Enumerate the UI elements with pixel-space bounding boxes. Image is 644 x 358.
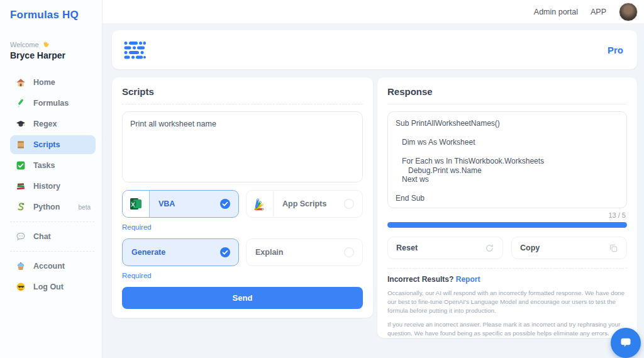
- disclaimer-text-1: Occasionally, our AI will respond with a…: [387, 289, 627, 315]
- sidebar-item-logout[interactable]: Log Out: [10, 277, 96, 296]
- app-link[interactable]: APP: [591, 8, 606, 16]
- scroll-icon: [16, 140, 26, 150]
- topbar: Admin portal APP: [103, 0, 644, 23]
- sidebar: Formulas HQ Welcome Bryce Harper Home Fo…: [0, 0, 103, 358]
- scripts-panel: Scripts Print all worksheet name VBA: [112, 77, 373, 318]
- divider: [10, 251, 94, 252]
- copy-button-label: Copy: [520, 243, 540, 252]
- incorrect-results-line: Incorrect Results? Report: [387, 275, 627, 284]
- divider: [387, 268, 627, 269]
- sidebar-item-label: Python: [33, 203, 60, 211]
- snake-icon: [16, 202, 26, 212]
- generate-option-label: Generate: [131, 248, 165, 257]
- reset-button-label: Reset: [396, 243, 418, 252]
- copy-button[interactable]: Copy: [511, 237, 627, 259]
- sidebar-item-tasks[interactable]: Tasks: [10, 156, 96, 175]
- app-scripts-option-button[interactable]: App Scripts: [246, 190, 363, 218]
- chat-bubble-icon: [618, 335, 633, 350]
- graduation-cap-icon: [16, 119, 26, 129]
- wave-icon: [42, 40, 50, 48]
- check-icon: [16, 160, 26, 171]
- sidebar-item-label: Formulas: [33, 99, 69, 108]
- required-label: Required: [122, 223, 363, 231]
- response-actions-row: Reset Copy: [387, 237, 627, 259]
- welcome-text: Welcome: [10, 40, 96, 48]
- cupcake-icon: [16, 261, 26, 271]
- home-icon: [16, 77, 26, 87]
- sidebar-item-home[interactable]: Home: [10, 73, 96, 92]
- report-link[interactable]: Report: [456, 275, 480, 284]
- sidebar-item-scripts[interactable]: Scripts: [10, 135, 96, 154]
- usage-counter: 13 / 5: [387, 211, 626, 219]
- reset-button[interactable]: Reset: [387, 237, 503, 259]
- app-root: Formulas HQ Welcome Bryce Harper Home Fo…: [0, 0, 644, 358]
- books-icon: [16, 181, 26, 191]
- sidebar-item-label: Account: [33, 262, 65, 271]
- check-circle-icon: [219, 198, 231, 210]
- language-options-row: VBA App Scripts: [122, 190, 363, 218]
- sidebar-item-label: Tasks: [33, 161, 55, 170]
- beta-badge: beta: [79, 204, 91, 211]
- sidebar-item-formulas[interactable]: Formulas: [10, 94, 96, 113]
- sidebar-item-account[interactable]: Account: [10, 257, 96, 276]
- divider: [122, 104, 363, 104]
- code-output-box: Sub PrintAllWorksheetNames() Dim ws As W…: [387, 111, 627, 208]
- sunglasses-icon: [16, 282, 26, 292]
- action-options-row: Generate Explain: [122, 238, 363, 266]
- brand-title: Formulas HQ: [10, 9, 96, 21]
- required-label: Required: [122, 272, 363, 279]
- sidebar-item-label: Home: [33, 78, 55, 87]
- excel-icon: [123, 191, 150, 217]
- usage-progress-bar: [387, 222, 627, 228]
- vba-option-label: VBA: [158, 199, 175, 208]
- copy-icon: [609, 243, 618, 253]
- welcome-label: Welcome: [10, 41, 39, 48]
- explain-option-button[interactable]: Explain: [246, 238, 363, 266]
- sidebar-item-history[interactable]: History: [10, 177, 96, 196]
- sidebar-item-chat[interactable]: Chat: [10, 227, 96, 246]
- response-panel: Response Sub PrintAllWorksheetNames() Di…: [377, 77, 637, 338]
- header-card: Pro: [112, 30, 637, 69]
- explain-option-label: Explain: [255, 248, 283, 257]
- chat-bubble-icon: [16, 232, 26, 242]
- scripts-pattern-icon: [123, 40, 146, 59]
- app-scripts-option-label: App Scripts: [282, 199, 326, 208]
- sidebar-item-label: Chat: [33, 232, 51, 241]
- admin-portal-link[interactable]: Admin portal: [534, 8, 578, 16]
- radio-empty-icon: [343, 247, 355, 258]
- sidebar-item-label: Regex: [33, 120, 57, 128]
- sidebar-item-python[interactable]: Python beta: [10, 198, 96, 216]
- disclaimer-text-2: If you receive an incorrect answer. Plea…: [387, 320, 627, 338]
- generate-option-button[interactable]: Generate: [122, 238, 239, 266]
- code-output: Sub PrintAllWorksheetNames() Dim ws As W…: [396, 119, 619, 203]
- divider: [10, 221, 94, 222]
- scripts-panel-title: Scripts: [122, 86, 363, 97]
- incorrect-results-label: Incorrect Results?: [387, 275, 453, 284]
- response-panel-title: Response: [387, 86, 627, 97]
- user-name: Bryce Harper: [10, 50, 96, 60]
- sidebar-item-label: History: [33, 182, 60, 191]
- check-circle-icon: [219, 247, 231, 258]
- pro-plan-label[interactable]: Pro: [608, 45, 623, 55]
- avatar[interactable]: [619, 3, 638, 21]
- pen-icon: [16, 98, 26, 108]
- chat-fab-button[interactable]: [611, 328, 641, 358]
- radio-empty-icon: [343, 198, 355, 210]
- prompt-input[interactable]: Print all worksheet name: [122, 111, 363, 182]
- send-button[interactable]: Send: [122, 287, 363, 309]
- apps-script-icon: [247, 191, 274, 217]
- sidebar-item-regex[interactable]: Regex: [10, 115, 96, 133]
- divider: [387, 104, 627, 104]
- sidebar-item-label: Log Out: [33, 282, 64, 291]
- vba-option-button[interactable]: VBA: [122, 190, 239, 218]
- sidebar-item-label: Scripts: [33, 140, 60, 149]
- refresh-icon: [485, 243, 494, 253]
